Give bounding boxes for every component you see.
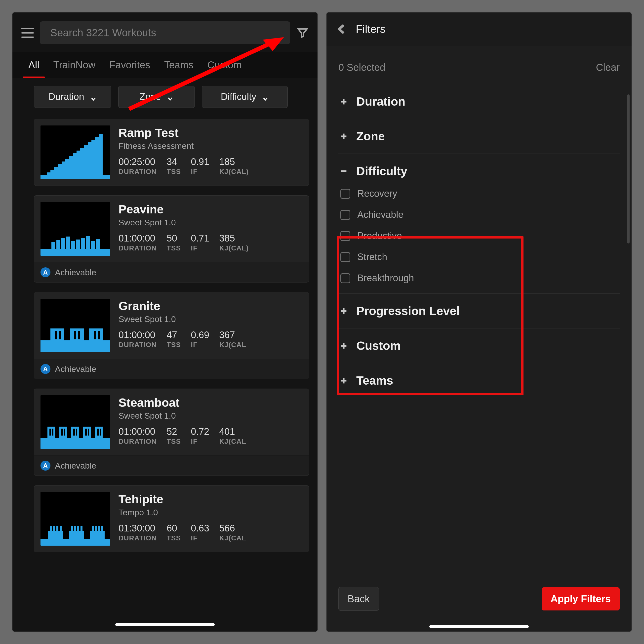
checkbox[interactable] xyxy=(340,252,350,262)
tab-teams[interactable]: Teams xyxy=(157,52,201,78)
stat-value: 34 xyxy=(167,157,181,167)
quick-filter-zone[interactable]: Zone xyxy=(118,86,195,108)
svg-rect-43 xyxy=(56,526,58,531)
svg-rect-2 xyxy=(56,240,60,249)
difficulty-badge-icon: A xyxy=(40,364,50,374)
checkbox[interactable] xyxy=(340,273,350,283)
workout-card[interactable]: Ramp TestFitness Assessment00:25:00DURAT… xyxy=(34,119,309,186)
filter-option-stretch[interactable]: Stretch xyxy=(340,252,620,262)
filter-option-achievable[interactable]: Achievable xyxy=(340,209,620,220)
filters-content[interactable]: 0 Selected Clear DurationZoneDifficultyR… xyxy=(326,46,632,632)
workout-list[interactable]: Ramp TestFitness Assessment00:25:00DURAT… xyxy=(12,114,318,632)
filter-section-header[interactable]: Custom xyxy=(338,328,620,363)
minus-icon xyxy=(338,166,349,176)
checkbox[interactable] xyxy=(340,210,350,220)
filter-section-label: Zone xyxy=(356,129,385,143)
workout-stats: 00:25:00DURATION34TSS0.91IF185KJ(CAL) xyxy=(119,157,303,176)
stat-value: 01:00:00 xyxy=(119,427,157,437)
selection-summary-row: 0 Selected Clear xyxy=(338,46,620,84)
scrollbar[interactable] xyxy=(627,94,630,243)
back-button[interactable]: Back xyxy=(338,587,379,611)
home-indicator xyxy=(115,623,215,626)
plus-icon xyxy=(338,96,349,107)
svg-rect-38 xyxy=(100,429,101,436)
tab-all[interactable]: All xyxy=(21,52,46,78)
filter-section-custom: Custom xyxy=(338,328,620,363)
stat-value: 0.72 xyxy=(191,427,209,437)
stat-value: 01:30:00 xyxy=(119,523,157,534)
tab-favorites[interactable]: Favorites xyxy=(102,52,157,78)
svg-rect-44 xyxy=(60,526,62,531)
stat-label: KJ(CAL xyxy=(219,341,246,349)
workout-card[interactable]: SteamboatSweet Spot 1.001:00:00DURATION5… xyxy=(34,389,309,476)
stat-label: IF xyxy=(191,244,209,252)
stat-value: 367 xyxy=(219,330,246,340)
clear-button[interactable]: Clear xyxy=(596,62,620,73)
svg-rect-37 xyxy=(97,429,99,436)
plus-icon xyxy=(338,341,349,351)
svg-rect-15 xyxy=(55,331,57,339)
filter-section-header[interactable]: Zone xyxy=(338,119,620,154)
svg-rect-20 xyxy=(89,328,103,352)
workout-stats: 01:00:00DURATION52TSS0.72IF401KJ(CAL xyxy=(119,427,303,445)
svg-rect-31 xyxy=(73,429,75,436)
stat-value: 47 xyxy=(167,330,181,340)
filter-section-header[interactable]: Teams xyxy=(338,363,620,398)
tab-trainnow[interactable]: TrainNow xyxy=(46,52,102,78)
plus-icon xyxy=(338,306,349,316)
filter-option-recovery[interactable]: Recovery xyxy=(340,188,620,199)
svg-rect-24 xyxy=(47,427,55,449)
stat-label: TSS xyxy=(167,168,181,176)
stat-label: IF xyxy=(191,438,209,445)
stat-label: KJ(CAL xyxy=(219,438,246,445)
workout-stats: 01:00:00DURATION50TSS0.71IF385KJ(CAL) xyxy=(119,233,303,252)
checkbox[interactable] xyxy=(340,231,350,241)
difficulty-badge-icon: A xyxy=(40,267,50,277)
stat-label: TSS xyxy=(167,438,181,445)
filter-section-header[interactable]: Difficulty xyxy=(338,154,620,188)
filter-section-duration: Duration xyxy=(338,84,620,119)
svg-rect-5 xyxy=(71,241,75,249)
svg-rect-36 xyxy=(95,427,103,449)
search-input[interactable] xyxy=(50,27,280,39)
checkbox[interactable] xyxy=(340,189,350,199)
tab-custom[interactable]: Custom xyxy=(200,52,248,78)
filter-icon[interactable] xyxy=(296,26,309,39)
svg-rect-22 xyxy=(98,331,100,339)
stat-label: IF xyxy=(191,341,209,349)
svg-rect-41 xyxy=(50,526,52,531)
svg-rect-48 xyxy=(77,526,79,531)
filter-section-progression-level: Progression Level xyxy=(338,294,620,328)
svg-rect-45 xyxy=(69,531,84,546)
workout-card[interactable]: GraniteSweet Spot 1.001:00:00DURATION47T… xyxy=(34,292,309,379)
svg-rect-54 xyxy=(101,526,103,531)
svg-rect-28 xyxy=(61,429,63,436)
back-icon[interactable] xyxy=(336,24,347,35)
workout-card[interactable]: TehipiteTempo 1.001:30:00DURATION60TSS0.… xyxy=(34,485,309,552)
stat-label: DURATION xyxy=(119,341,157,349)
filters-title: Filters xyxy=(356,23,386,35)
filter-option-label: Breakthrough xyxy=(357,273,414,283)
stat-value: 0.71 xyxy=(191,233,209,244)
stat-value: 0.69 xyxy=(191,330,209,340)
stat-label: DURATION xyxy=(119,534,157,542)
menu-icon[interactable] xyxy=(21,28,34,38)
stat-label: DURATION xyxy=(119,244,157,252)
apply-filters-button[interactable]: Apply Filters xyxy=(542,587,620,610)
plus-icon xyxy=(338,375,349,386)
stat-label: IF xyxy=(191,168,209,176)
workout-card[interactable]: PeavineSweet Spot 1.001:00:00DURATION50T… xyxy=(34,195,309,282)
filter-option-label: Achievable xyxy=(357,209,403,220)
filter-option-breakthrough[interactable]: Breakthrough xyxy=(340,273,620,283)
workout-badge-row: AAchievable xyxy=(34,359,309,379)
filter-section-label: Teams xyxy=(356,374,393,387)
filter-section-header[interactable]: Progression Level xyxy=(338,294,620,328)
quick-filter-duration[interactable]: Duration xyxy=(34,86,111,108)
quick-filter-difficulty[interactable]: Difficulty xyxy=(202,86,288,108)
svg-rect-14 xyxy=(50,328,64,352)
plus-icon xyxy=(338,131,349,142)
filter-option-productive[interactable]: Productive xyxy=(340,231,620,241)
filter-section-header[interactable]: Duration xyxy=(338,84,620,119)
filter-option-label: Recovery xyxy=(357,188,397,199)
svg-rect-9 xyxy=(91,241,95,249)
